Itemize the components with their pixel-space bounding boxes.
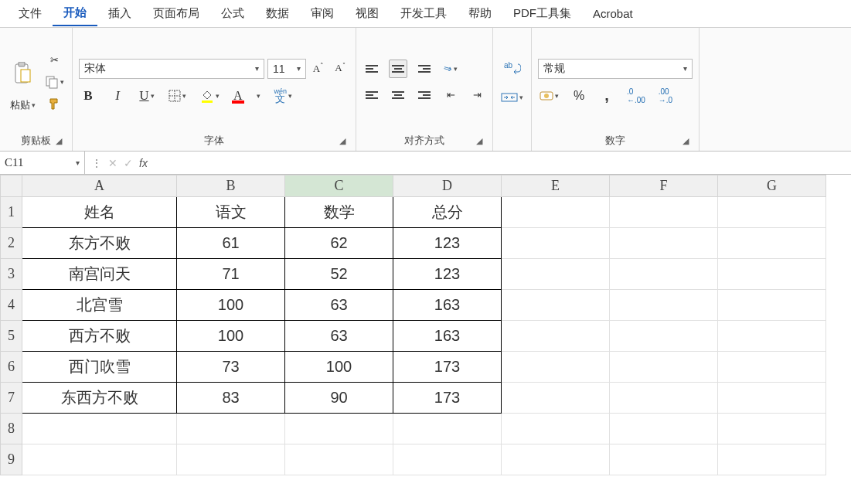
cell-D4[interactable]: 163 [393, 290, 502, 321]
cell-F4[interactable] [610, 290, 718, 321]
cell-A1[interactable]: 姓名 [22, 197, 177, 228]
copy-button[interactable]: ▾ [43, 73, 66, 91]
chevron-down-icon[interactable]: ▾ [250, 64, 264, 73]
cell-A8[interactable] [22, 414, 177, 444]
cell-B9[interactable] [177, 444, 285, 475]
row-header-7[interactable]: 7 [1, 383, 22, 414]
cell-E5[interactable] [502, 321, 610, 352]
decrease-indent-button[interactable]: ⇤ [441, 86, 460, 104]
orientation-button[interactable]: ⇗▾ [441, 60, 460, 78]
chevron-down-icon[interactable]: ▾ [678, 64, 692, 73]
formula-menu-icon[interactable]: ⋮ [91, 157, 102, 169]
menu-item-11[interactable]: Acrobat [582, 2, 644, 25]
menu-item-9[interactable]: 帮助 [458, 2, 502, 26]
align-left-button[interactable] [363, 86, 381, 104]
cell-D6[interactable]: 173 [393, 352, 502, 383]
wrap-text-button[interactable]: ab [502, 59, 523, 77]
chevron-down-icon[interactable]: ▾ [291, 64, 305, 73]
cell-A6[interactable]: 西门吹雪 [22, 352, 177, 383]
row-header-1[interactable]: 1 [1, 197, 22, 228]
select-all-corner[interactable] [1, 175, 22, 197]
currency-button[interactable]: ▾ [538, 87, 560, 105]
name-box[interactable]: C11 ▾ [0, 152, 85, 174]
col-header-C[interactable]: C [285, 175, 393, 197]
cell-D8[interactable] [393, 414, 502, 444]
row-header-3[interactable]: 3 [1, 259, 22, 290]
cell-A3[interactable]: 南宫问天 [22, 259, 177, 290]
menu-item-2[interactable]: 插入 [97, 2, 142, 26]
align-top-button[interactable] [363, 60, 381, 78]
cell-D5[interactable]: 163 [393, 321, 502, 352]
row-header-9[interactable]: 9 [1, 444, 22, 475]
cell-C9[interactable] [285, 444, 393, 475]
cell-E9[interactable] [502, 444, 610, 475]
paste-label[interactable]: 粘贴▾ [10, 98, 36, 112]
cell-B5[interactable]: 100 [177, 321, 285, 352]
cell-D3[interactable]: 123 [393, 259, 502, 290]
decrease-decimal-button[interactable]: .00→.0 [656, 87, 675, 105]
cell-B4[interactable]: 100 [177, 290, 285, 321]
italic-button[interactable]: I [108, 87, 127, 105]
cell-G9[interactable] [718, 444, 826, 475]
cell-F2[interactable] [610, 228, 718, 259]
font-name-select[interactable]: 宋体▾ [79, 59, 264, 79]
cell-C3[interactable]: 52 [285, 259, 393, 290]
percent-button[interactable]: % [570, 87, 588, 105]
fill-color-button[interactable]: ▾ [199, 87, 221, 105]
bold-button[interactable]: B [79, 87, 97, 105]
row-header-5[interactable]: 5 [1, 321, 22, 352]
align-middle-button[interactable] [389, 60, 407, 78]
format-painter-button[interactable] [43, 94, 66, 113]
cell-A4[interactable]: 北宫雪 [22, 290, 177, 321]
font-launcher-icon[interactable]: ◢ [337, 135, 348, 146]
cell-F6[interactable] [610, 352, 718, 383]
cell-D1[interactable]: 总分 [393, 197, 502, 228]
col-header-G[interactable]: G [718, 175, 826, 197]
align-launcher-icon[interactable]: ◢ [474, 135, 485, 146]
cell-G7[interactable] [718, 383, 826, 414]
col-header-E[interactable]: E [502, 175, 610, 197]
chevron-down-icon[interactable]: ▾ [76, 158, 80, 167]
fx-icon[interactable]: fx [139, 157, 148, 169]
col-header-A[interactable]: A [22, 175, 177, 197]
merge-button[interactable]: ▾ [499, 88, 525, 107]
cell-G2[interactable] [718, 228, 826, 259]
phonetic-button[interactable]: wén文▾ [273, 87, 294, 105]
menu-item-1[interactable]: 开始 [53, 1, 97, 26]
cell-E4[interactable] [502, 290, 610, 321]
menu-item-10[interactable]: PDF工具集 [502, 2, 582, 26]
cell-F7[interactable] [610, 383, 718, 414]
cell-G1[interactable] [718, 197, 826, 228]
font-color-button[interactable]: A ▾ [232, 87, 262, 105]
cell-C6[interactable]: 100 [285, 352, 393, 383]
align-center-button[interactable] [389, 86, 407, 104]
cell-E1[interactable] [502, 197, 610, 228]
cell-E3[interactable] [502, 259, 610, 290]
row-header-6[interactable]: 6 [1, 352, 22, 383]
cell-C1[interactable]: 数学 [285, 197, 393, 228]
paste-button[interactable] [6, 52, 39, 95]
cell-C5[interactable]: 63 [285, 321, 393, 352]
cell-F8[interactable] [610, 414, 718, 444]
cell-B8[interactable] [177, 414, 285, 444]
cell-G6[interactable] [718, 352, 826, 383]
cell-A5[interactable]: 西方不败 [22, 321, 177, 352]
cell-B3[interactable]: 71 [177, 259, 285, 290]
cell-D2[interactable]: 123 [393, 228, 502, 259]
cell-G3[interactable] [718, 259, 826, 290]
formula-input[interactable] [154, 152, 851, 174]
cell-B7[interactable]: 83 [177, 383, 285, 414]
menu-item-0[interactable]: 文件 [8, 2, 53, 26]
cell-D9[interactable] [393, 444, 502, 475]
cell-E6[interactable] [502, 352, 610, 383]
row-header-4[interactable]: 4 [1, 290, 22, 321]
col-header-F[interactable]: F [610, 175, 718, 197]
cell-B6[interactable]: 73 [177, 352, 285, 383]
cell-C7[interactable]: 90 [285, 383, 393, 414]
cell-C2[interactable]: 62 [285, 228, 393, 259]
cell-G5[interactable] [718, 321, 826, 352]
cell-E7[interactable] [502, 383, 610, 414]
cell-B1[interactable]: 语文 [177, 197, 285, 228]
font-size-select[interactable]: 11▾ [267, 59, 306, 79]
cell-G8[interactable] [718, 414, 826, 444]
